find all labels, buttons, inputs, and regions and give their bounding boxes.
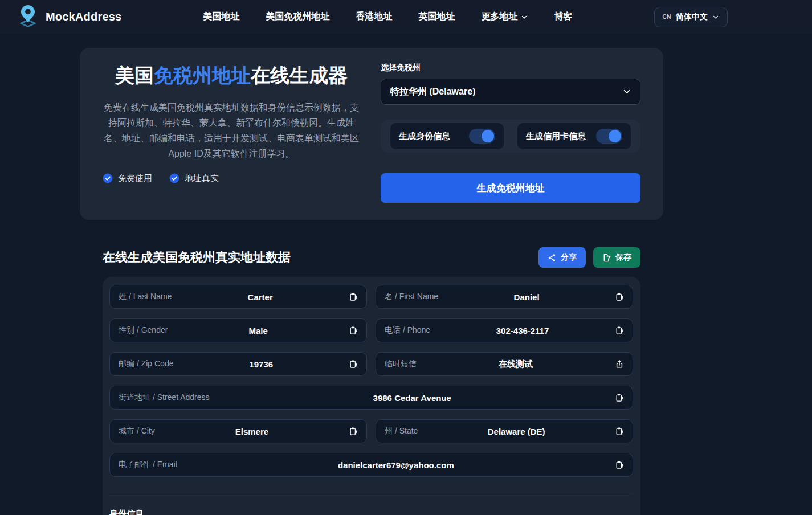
field-street-address: 街道地址 / Street Address 3986 Cedar Avenue [109, 386, 633, 410]
state-select-label: 选择免税州 [381, 63, 640, 73]
last-name-value: Carter [178, 292, 342, 302]
identity-toggle-label: 生成身份信息 [399, 131, 450, 142]
gender-value: Male [174, 326, 342, 336]
field-email: 电子邮件 / Email danielcarter679@yahoo.com [109, 453, 633, 477]
results-actions: 分享 保存 [538, 247, 640, 268]
nav-item-us-tax-free-address[interactable]: 美国免税州地址 [266, 11, 329, 23]
field-state: 州 / State Delaware (DE) [376, 419, 633, 443]
map-pin-icon [16, 4, 40, 30]
language-selector[interactable]: CN 简体中文 [654, 7, 728, 27]
nav-item-us-address[interactable]: 美国地址 [203, 11, 239, 23]
credit-card-toggle-card: 生成信用卡信息 [517, 123, 631, 149]
share-button[interactable]: 分享 [538, 247, 586, 268]
page-title: 美国免税州地址在线生成器 [103, 63, 360, 88]
language-label: 简体中文 [676, 12, 708, 22]
copy-icon[interactable] [349, 326, 358, 335]
page-title-highlight: 免税州地址 [154, 64, 251, 86]
field-first-name: 名 / First Name Daniel [376, 285, 633, 309]
phone-value: 302-436-2117 [437, 326, 608, 336]
nav-item-blog[interactable]: 博客 [554, 11, 572, 23]
chevron-down-icon [521, 14, 528, 21]
copy-icon[interactable] [615, 393, 624, 402]
results-header: 在线生成美国免税州真实地址数据 分享 保存 [103, 247, 640, 268]
badge-real-address: 地址真实 [169, 173, 219, 184]
state-select-value: 特拉华州 (Delaware) [390, 86, 475, 98]
brand-logo[interactable]: MockAddress [16, 4, 121, 30]
chevron-down-icon [712, 14, 719, 21]
copy-icon[interactable] [349, 292, 358, 301]
chevron-down-icon [623, 88, 631, 96]
state-select[interactable]: 特拉华州 (Delaware) [381, 79, 640, 105]
field-gender: 性别 / Gender Male [109, 318, 367, 342]
identity-toggle-card: 生成身份信息 [390, 123, 504, 149]
field-zip-code: 邮编 / Zip Code 19736 [109, 352, 367, 376]
results-title: 在线生成美国免税州真实地址数据 [103, 249, 291, 266]
field-last-name: 姓 / Last Name Carter [109, 285, 367, 309]
copy-icon[interactable] [349, 359, 358, 369]
copy-icon[interactable] [615, 427, 624, 436]
check-circle-icon [103, 173, 113, 183]
generator-controls: 选择免税州 特拉华州 (Delaware) 生成身份信息 生成信用卡信息 生成免… [381, 63, 640, 203]
identity-section-title: 身份信息 [109, 509, 633, 515]
zip-code-value: 19736 [180, 359, 342, 369]
language-code: CN [663, 14, 671, 20]
hero-badges: 免费使用 地址真实 [103, 173, 360, 184]
credit-card-toggle-label: 生成信用卡信息 [526, 131, 586, 142]
badge-free: 免费使用 [103, 173, 152, 184]
nav-item-more-addresses[interactable]: 更多地址 [481, 11, 528, 23]
copy-icon[interactable] [615, 460, 624, 469]
hero-description: 免费在线生成美国免税州真实地址数据和身份信息示例数据，支持阿拉斯加、特拉华、蒙大… [103, 100, 360, 162]
field-temp-sms: 临时短信 在线测试 [376, 352, 633, 376]
main-nav: 美国地址 美国免税州地址 香港地址 英国地址 更多地址 博客 [121, 11, 654, 23]
city-value: Elsmere [162, 427, 342, 436]
section-divider [109, 494, 633, 494]
copy-icon[interactable] [615, 292, 624, 301]
hero-intro: 美国免税州地址在线生成器 免费在线生成美国免税州真实地址数据和身份信息示例数据，… [103, 63, 360, 203]
credit-card-toggle[interactable] [596, 129, 622, 144]
copy-icon[interactable] [349, 427, 358, 436]
street-address-value: 3986 Cedar Avenue [217, 393, 609, 403]
copy-icon[interactable] [615, 326, 624, 335]
file-export-icon [602, 254, 611, 262]
brand-name: MockAddress [46, 10, 121, 23]
toggle-panel: 生成身份信息 生成信用卡信息 [381, 120, 640, 153]
share-nodes-icon [548, 254, 556, 262]
external-link-icon[interactable] [615, 359, 624, 369]
nav-item-hk-address[interactable]: 香港地址 [356, 11, 392, 23]
save-button[interactable]: 保存 [593, 247, 640, 268]
fields-grid: 姓 / Last Name Carter 名 / First Name Dani… [109, 285, 633, 477]
check-circle-icon [169, 173, 179, 183]
nav-item-uk-address[interactable]: 英国地址 [418, 11, 455, 23]
hero-panel: 美国免税州地址在线生成器 免费在线生成美国免税州真实地址数据和身份信息示例数据，… [80, 48, 663, 220]
field-city: 城市 / City Elsmere [109, 419, 367, 443]
email-value: danielcarter679@yahoo.com [184, 460, 608, 470]
top-navbar: MockAddress 美国地址 美国免税州地址 香港地址 英国地址 更多地址 … [0, 0, 812, 34]
temp-sms-value: 在线测试 [423, 359, 608, 370]
first-name-value: Daniel [445, 292, 608, 302]
state-value: Delaware (DE) [425, 427, 608, 436]
address-results-panel: 姓 / Last Name Carter 名 / First Name Dani… [103, 277, 640, 515]
field-phone: 电话 / Phone 302-436-2117 [376, 318, 633, 342]
generate-address-button[interactable]: 生成免税州地址 [381, 173, 640, 203]
identity-toggle[interactable] [469, 129, 495, 144]
